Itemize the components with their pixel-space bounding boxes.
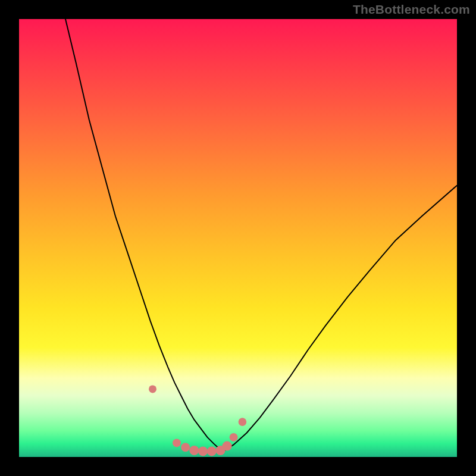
highlight-dot — [173, 439, 181, 447]
chart-svg — [19, 19, 457, 457]
highlight-dot — [181, 443, 190, 452]
highlight-dot — [239, 418, 247, 426]
watermark-text: TheBottleneck.com — [353, 2, 470, 17]
highlight-dot — [223, 441, 232, 451]
right-curve — [223, 186, 457, 452]
highlight-dot — [230, 433, 238, 441]
left-curve — [65, 19, 223, 452]
highlight-dot — [198, 446, 208, 456]
chart-stage: TheBottleneck.com — [0, 0, 476, 476]
highlight-dot — [189, 446, 199, 455]
plot-area — [19, 19, 457, 457]
highlight-dot — [149, 385, 156, 393]
highlight-dot — [207, 446, 217, 456]
